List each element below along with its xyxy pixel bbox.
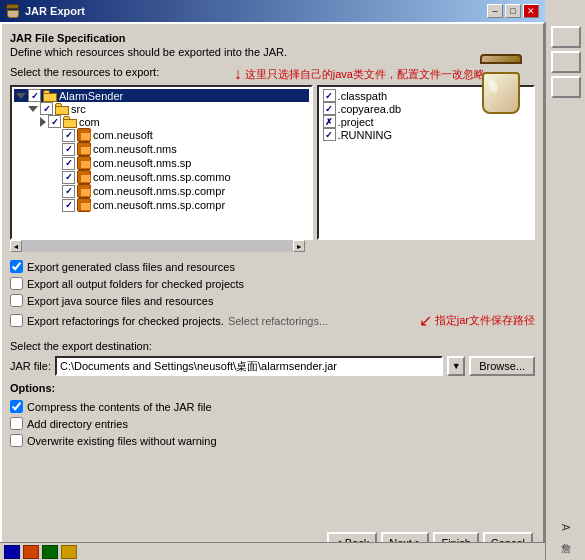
tree-label-compr2: com.neusoft.nms.sp.compr xyxy=(93,199,225,211)
jar-dropdown-arrow[interactable]: ▼ xyxy=(447,356,465,376)
sidebar-label-b: 詹 xyxy=(561,542,571,556)
annotation-dest-text: 指定jar文件保存路径 xyxy=(435,313,535,328)
pkg-compr2-icon xyxy=(77,198,91,212)
pkg-compr1-icon xyxy=(77,184,91,198)
cb-row-2: Export all output folders for checked pr… xyxy=(10,275,535,292)
pkg-commo-icon xyxy=(77,170,91,184)
jar-file-input[interactable] xyxy=(55,356,443,376)
checkbox-nms[interactable] xyxy=(62,143,75,156)
scroll-track-left[interactable] xyxy=(22,240,293,252)
cb-java-source-label: Export java source files and resources xyxy=(27,295,213,307)
expand-icon-src xyxy=(28,106,38,112)
tree-label-src: src xyxy=(71,103,86,115)
option-row-3: Overwrite existing files without warning xyxy=(10,432,535,449)
cb-row-3: Export java source files and resources xyxy=(10,292,535,309)
tree-item-running[interactable]: .RUNNING xyxy=(321,128,531,141)
checkbox-com[interactable] xyxy=(48,115,61,128)
taskbar-bottom xyxy=(0,542,545,560)
cb-overwrite-label: Overwrite existing files without warning xyxy=(27,435,217,447)
tree-label-sp: com.neusoft.nms.sp xyxy=(93,157,191,169)
checkbox-neusoft[interactable] xyxy=(62,129,75,142)
taskbar-icon-2[interactable] xyxy=(23,545,39,559)
cb-refactorings[interactable] xyxy=(10,314,23,327)
cb-compress[interactable] xyxy=(10,400,23,413)
cb-dir-entries[interactable] xyxy=(10,417,23,430)
tree-item-com[interactable]: com xyxy=(14,115,309,128)
tree-item-com-neusoft[interactable]: com.neusoft xyxy=(14,128,309,142)
left-tree-hscrollbar[interactable]: ◄ ► xyxy=(10,240,305,252)
folder-alarmsender-icon xyxy=(43,90,57,102)
folder-com-icon xyxy=(63,116,77,128)
checkbox-alarmsender[interactable] xyxy=(28,89,41,102)
cb-output-folders[interactable] xyxy=(10,277,23,290)
tree-item-alarmsender[interactable]: AlarmSender xyxy=(14,89,309,102)
sidebar-btn-3[interactable] xyxy=(551,76,581,98)
cb-class-files[interactable] xyxy=(10,260,23,273)
taskbar-icon-1[interactable] xyxy=(4,545,20,559)
tree-item-nms-sp-compr1[interactable]: com.neusoft.nms.sp.compr xyxy=(14,184,309,198)
browse-button[interactable]: Browse... xyxy=(469,356,535,376)
scroll-left-btn[interactable]: ◄ xyxy=(10,240,22,252)
tree-item-project[interactable]: .project xyxy=(321,115,531,128)
pkg-sp-icon xyxy=(77,156,91,170)
tree-item-nms-sp[interactable]: com.neusoft.nms.sp xyxy=(14,156,309,170)
tree-item-nms-sp-compr2[interactable]: com.neusoft.nms.sp.compr xyxy=(14,198,309,212)
checkbox-compr2[interactable] xyxy=(62,199,75,212)
cb-output-folders-label: Export all output folders for checked pr… xyxy=(27,278,244,290)
sidebar-btn-2[interactable] xyxy=(551,51,581,73)
annotation-top: 这里只选择自己的java类文件，配置文件一改忽略 xyxy=(245,67,485,82)
jar-file-label: JAR file: xyxy=(10,360,51,372)
tree-label-compr1: com.neusoft.nms.sp.compr xyxy=(93,185,225,197)
maximize-button[interactable]: □ xyxy=(505,4,521,18)
tree-label-alarmsender: AlarmSender xyxy=(59,90,123,102)
tree-label-com: com xyxy=(79,116,100,128)
tree-item-src[interactable]: src xyxy=(14,102,309,115)
cb-row-1: Export generated class files and resourc… xyxy=(10,258,535,275)
tree-item-com-neusoft-nms[interactable]: com.neusoft.nms xyxy=(14,142,309,156)
tree-panels-container: AlarmSender src xyxy=(10,85,535,240)
tree-label-project: .project xyxy=(338,116,374,128)
cb-class-files-label: Export generated class files and resourc… xyxy=(27,261,235,273)
pkg-neusoft-icon xyxy=(77,128,91,142)
checkbox-classpath[interactable] xyxy=(323,89,336,102)
tree-item-nms-sp-commo[interactable]: com.neusoft.nms.sp.commo xyxy=(14,170,309,184)
checkbox-project[interactable] xyxy=(323,115,336,128)
sidebar-label-a: A xyxy=(558,522,573,533)
title-bar: JAR Export – □ ✕ xyxy=(0,0,545,22)
section-desc: Define which resources should be exporte… xyxy=(10,46,535,58)
checkbox-commo[interactable] xyxy=(62,171,75,184)
expand-icon-com xyxy=(40,117,46,127)
checkbox-running[interactable] xyxy=(323,128,336,141)
option-row-1: Compress the contents of the JAR file xyxy=(10,398,535,415)
tree-label-commo: com.neusoft.nms.sp.commo xyxy=(93,171,231,183)
option-row-2: Add directory entries xyxy=(10,415,535,432)
sidebar-btn-1[interactable] xyxy=(551,26,581,48)
close-button[interactable]: ✕ xyxy=(523,4,539,18)
cb-java-source[interactable] xyxy=(10,294,23,307)
taskbar-icon-4[interactable] xyxy=(61,545,77,559)
taskbar-icon-3[interactable] xyxy=(42,545,58,559)
section-title: JAR File Specification xyxy=(10,32,535,44)
annotation-dest-container: ↙ 指定jar文件保存路径 xyxy=(419,311,535,330)
tree-label-copyarea: .copyarea.db xyxy=(338,103,402,115)
jar-icon xyxy=(478,54,523,109)
folder-src-icon xyxy=(55,103,69,115)
checkbox-copyarea[interactable] xyxy=(323,102,336,115)
tree-label-nms: com.neusoft.nms xyxy=(93,143,177,155)
minimize-button[interactable]: – xyxy=(487,4,503,18)
checkbox-compr1[interactable] xyxy=(62,185,75,198)
scroll-right-btn[interactable]: ► xyxy=(293,240,305,252)
checkbox-src[interactable] xyxy=(40,102,53,115)
dest-row: JAR file: ▼ Browse... xyxy=(10,356,535,376)
checkbox-sp[interactable] xyxy=(62,157,75,170)
cb-overwrite[interactable] xyxy=(10,434,23,447)
resources-label: Select the resources to export: xyxy=(10,66,159,78)
left-tree-panel[interactable]: AlarmSender src xyxy=(10,85,313,240)
expand-icon xyxy=(16,93,26,99)
tree-label-running: .RUNNING xyxy=(338,129,392,141)
jar-title-icon xyxy=(6,4,20,18)
cb-row-4: Export refactorings for checked projects… xyxy=(10,309,535,332)
select-refactorings-link[interactable]: Select refactorings... xyxy=(228,315,328,327)
cb-refactorings-label: Export refactorings for checked projects… xyxy=(27,315,224,327)
annotation-arrow-top: ↓ xyxy=(234,66,242,82)
